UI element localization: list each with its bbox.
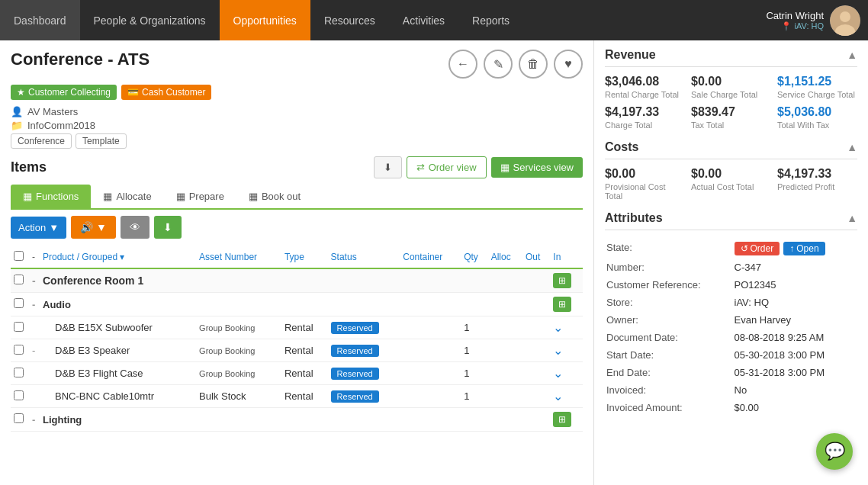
download-button[interactable]: ⬇: [374, 156, 402, 178]
order-icon: ↺: [741, 243, 748, 254]
items-header: Items ⬇ ⇄ Order view ▦ Services view: [11, 156, 583, 178]
tab-prepare[interactable]: ▦ Prepare: [164, 185, 236, 210]
select-all-checkbox[interactable]: [14, 251, 24, 261]
row-checkbox[interactable]: [14, 275, 24, 284]
item-alloc: [488, 385, 522, 408]
person-icon: 👤: [11, 106, 23, 117]
item-container: [400, 316, 461, 339]
expand-icon[interactable]: ⌄: [553, 390, 563, 403]
attr-row: Customer Reference: PO12345: [606, 277, 856, 293]
badge-customer-collecting: ★ Customer Collecting: [11, 85, 117, 100]
meta-company: 👤 AV Masters: [11, 106, 583, 117]
subgroup-action-btn[interactable]: ⊞: [553, 412, 571, 427]
table-row: - Lighting ⊞: [11, 408, 583, 432]
revenue-collapse-btn[interactable]: ▲: [847, 49, 857, 61]
item-asset: Group Booking: [196, 316, 281, 339]
subgroup-name: Audio: [40, 293, 550, 316]
item-type: Rental: [281, 339, 328, 362]
nav-activities[interactable]: Activities: [389, 0, 458, 40]
delete-button[interactable]: 🗑: [519, 50, 548, 79]
item-out: [522, 385, 550, 408]
costs-collapse-btn[interactable]: ▲: [847, 141, 857, 153]
item-container: [400, 339, 461, 362]
green-download-btn[interactable]: ⬇: [154, 216, 182, 239]
attr-label-5: Start Date:: [606, 347, 733, 363]
badge-icon: ★: [17, 87, 25, 98]
svg-point-1: [840, 11, 850, 22]
item-alloc: [488, 362, 522, 385]
attr-value-0: C-347: [735, 259, 856, 275]
attr-row: Owner: Evan Harvey: [606, 312, 856, 328]
attr-label-0: Number:: [606, 259, 733, 275]
attr-label-6: End Date:: [606, 365, 733, 381]
item-name: D&B E3 Speaker: [40, 339, 196, 362]
action-dropdown[interactable]: Action ▼: [11, 217, 66, 239]
services-view-button[interactable]: ▦ Services view: [491, 157, 583, 178]
col-dash: -: [29, 246, 40, 268]
row-checkbox[interactable]: [14, 368, 24, 377]
order-view-button[interactable]: ⇄ Order view: [407, 156, 487, 178]
item-in: ⌄: [550, 316, 583, 339]
attributes-collapse-btn[interactable]: ▲: [847, 212, 857, 224]
tab-prepare-icon: ▦: [176, 191, 185, 202]
user-area: Catrin Wright 📍 iAV: HQ: [758, 0, 868, 40]
expand-icon[interactable]: ⌄: [553, 344, 563, 357]
tab-functions[interactable]: ▦ Functions: [11, 185, 91, 210]
services-icon: ▦: [500, 162, 510, 173]
top-navigation: Dashboard People & Organizations Opportu…: [0, 0, 868, 40]
attributes-table: State: ↺ Order ↑ Open: [605, 238, 857, 417]
grey-btn[interactable]: 👁: [121, 216, 149, 239]
tab-allocate[interactable]: ▦ Allocate: [91, 185, 163, 210]
col-product[interactable]: Product / Grouped ▾: [40, 246, 196, 268]
item-asset: Group Booking: [196, 362, 281, 385]
edit-button[interactable]: ✎: [484, 50, 513, 79]
view-buttons: ⬇ ⇄ Order view ▦ Services view: [374, 156, 583, 178]
item-status: Reserved: [328, 316, 400, 339]
item-out: [522, 339, 550, 362]
attr-row: End Date: 05-31-2018 3:00 PM: [606, 365, 856, 381]
favorite-button[interactable]: ♥: [554, 50, 583, 79]
subgroup-action-btn[interactable]: ⊞: [553, 297, 571, 312]
avatar[interactable]: [830, 5, 860, 36]
row-checkbox[interactable]: [14, 345, 24, 355]
group-name: Conference Room 1: [40, 268, 550, 293]
state-badge-open: ↑ Open: [783, 242, 825, 255]
nav-resources[interactable]: Resources: [310, 0, 389, 40]
revenue-grid: $3,046.08 Rental Charge Total $0.00 Sale…: [605, 75, 857, 130]
item-container: [400, 362, 461, 385]
expand-icon[interactable]: ⌄: [553, 321, 563, 334]
row-checkbox[interactable]: [14, 390, 24, 400]
group-action-btn[interactable]: ⊞: [553, 273, 571, 288]
col-in: In: [550, 246, 583, 268]
expand-icon[interactable]: ⌄: [553, 367, 563, 380]
attr-value-8: $0.00: [735, 400, 856, 416]
open-icon: ↑: [789, 243, 794, 254]
record-title: Conference - ATS: [11, 50, 149, 69]
col-checkbox: [11, 246, 29, 268]
item-in: ⌄: [550, 339, 583, 362]
costs-header: Costs ▲: [605, 140, 857, 159]
items-table: - Product / Grouped ▾ Asset Number Type …: [11, 246, 583, 432]
state-value: ↺ Order ↑ Open: [735, 239, 856, 258]
costs-grid: $0.00 Provisional Cost Total $0.00 Actua…: [605, 167, 857, 201]
tab-book-out[interactable]: ▦ Book out: [236, 185, 313, 210]
row-checkbox[interactable]: [14, 322, 24, 332]
attr-state-row: State: ↺ Order ↑ Open: [606, 239, 856, 258]
item-name: D&B E3 Flight Case: [40, 362, 196, 385]
row-checkbox[interactable]: [14, 413, 24, 423]
table-row: BNC-BNC Cable10mtr Bulk Stock Rental Res…: [11, 385, 583, 408]
chat-bubble[interactable]: 💬: [816, 433, 853, 470]
row-checkbox[interactable]: [14, 298, 24, 308]
nav-dashboard[interactable]: Dashboard: [0, 0, 80, 40]
item-in: ⌄: [550, 362, 583, 385]
item-type: Rental: [281, 362, 328, 385]
nav-people-orgs[interactable]: People & Organizations: [80, 0, 220, 40]
nav-reports[interactable]: Reports: [458, 0, 523, 40]
back-button[interactable]: ←: [448, 50, 477, 79]
orange-btn-1[interactable]: 🔊 ▼: [71, 216, 116, 239]
attributes-title: Attributes: [605, 211, 663, 225]
nav-opportunities[interactable]: Opportunities: [220, 0, 310, 40]
download-icon: ⬇: [384, 162, 392, 173]
costs-section: Costs ▲ $0.00 Provisional Cost Total $0.…: [605, 140, 857, 201]
left-panel: Conference - ATS ← ✎ 🗑 ♥ ★ Customer Coll…: [0, 40, 593, 485]
